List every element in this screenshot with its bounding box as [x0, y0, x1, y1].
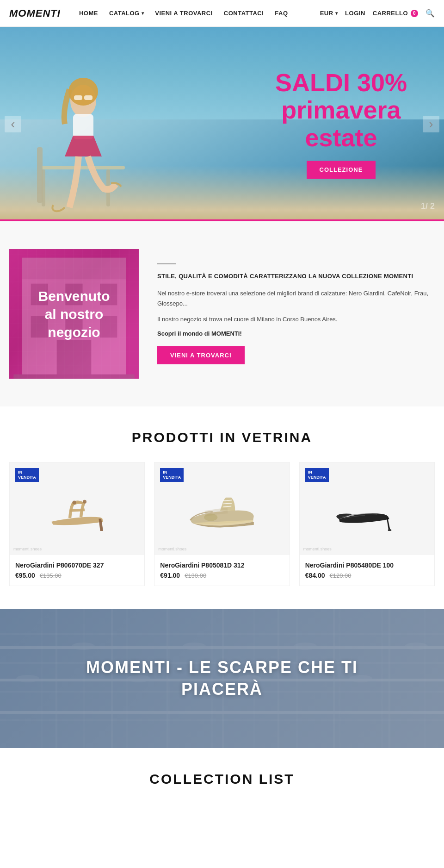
product-prices-0: €95.00 €135.00: [15, 572, 139, 579]
svg-rect-0: [42, 166, 125, 169]
products-grid: INVENDITA momenti.sh: [9, 462, 435, 586]
product-name-2: NeroGiardini P805480DE 100: [305, 562, 429, 569]
about-discover: Scopri il mondo di MOMENTI!: [157, 330, 435, 337]
in-vendita-badge-1: INVENDITA: [160, 468, 184, 482]
hero-next-button[interactable]: ›: [423, 116, 439, 132]
product-image-1: INVENDITA: [154, 462, 289, 555]
hero-prev-button[interactable]: ‹: [5, 116, 21, 132]
svg-rect-7: [84, 95, 92, 100]
about-section: Benvenuto al nostro negozio STILE, QUALI…: [0, 221, 444, 406]
product-image-0: INVENDITA momenti.sh: [10, 462, 144, 555]
about-desc1: Nel nostro e-store troverai una selezion…: [157, 288, 435, 309]
banner-section: MOMENTI - LE SCARPE CHE TI PIACERÀ: [0, 609, 444, 748]
price-original-2: €120.00: [329, 572, 351, 579]
nav-vieni[interactable]: VIENI A TROVARCI: [155, 10, 213, 17]
header-right: EUR ▾ LOGIN CARRELLO 0 🔍: [320, 9, 435, 18]
about-content: STILE, QUALITÀ E COMODITÀ CARATTERIZZANO…: [157, 249, 435, 379]
catalog-chevron-icon: ▾: [142, 11, 144, 16]
svg-rect-3: [37, 147, 43, 203]
hero-cta-button[interactable]: COLLEZIONE: [307, 161, 376, 179]
search-icon[interactable]: 🔍: [426, 9, 435, 18]
svg-point-19: [72, 500, 76, 504]
svg-rect-22: [388, 529, 392, 531]
logo[interactable]: MOMENTI: [9, 7, 61, 19]
price-current-0: €95.00: [15, 572, 35, 579]
nav-home[interactable]: HOME: [79, 10, 98, 17]
product-card-0[interactable]: INVENDITA momenti.sh: [9, 462, 145, 586]
header: MOMENTI HOME CATALOG ▾ VIENI A TROVARCI …: [0, 0, 444, 27]
nav-contattaci[interactable]: CONTATTACI: [224, 10, 264, 17]
banner-title: MOMENTI - LE SCARPE CHE TI PIACERÀ: [86, 657, 358, 700]
in-vendita-badge-2: INVENDITA: [305, 468, 329, 482]
hero-pink-line: [0, 219, 444, 221]
svg-point-20: [83, 500, 86, 504]
shoe-sneaker-svg: [183, 483, 261, 534]
cart-badge: 0: [411, 10, 418, 17]
shoe-pump-svg: [332, 481, 401, 537]
collection-section: COLLECTION LIST: [0, 748, 444, 801]
hero-woman-svg: [23, 55, 143, 221]
banner-text: MOMENTI - LE SCARPE CHE TI PIACERÀ: [86, 657, 358, 700]
nav-faq[interactable]: FAQ: [275, 10, 288, 17]
shoe-sandal-svg: [40, 481, 114, 537]
about-desc2: Il nostro negozio si trova nel cuore di …: [157, 314, 435, 325]
about-title: STILE, QUALITÀ E COMODITÀ CARATTERIZZANO…: [157, 272, 435, 281]
svg-point-21: [204, 514, 217, 521]
eur-chevron-icon: ▾: [335, 11, 338, 16]
product-prices-2: €84.00 €120.00: [305, 572, 429, 579]
nav-login[interactable]: LOGIN: [345, 10, 365, 17]
hero-slider: SALDI 30% primavera estate COLLEZIONE ‹ …: [0, 27, 444, 221]
watermark-2: momenti.shoes: [303, 547, 332, 551]
about-image: Benvenuto al nostro negozio: [9, 249, 139, 379]
about-line-decoration: [157, 263, 176, 264]
product-info-0: NeroGiardini P806070DE 327 €95.00 €135.0…: [10, 555, 144, 586]
svg-rect-6: [74, 95, 82, 100]
svg-rect-10: [22, 258, 126, 280]
products-section: PRODOTTI IN VETRINA INVENDITA: [0, 406, 444, 609]
nav-eur[interactable]: EUR ▾: [320, 10, 338, 17]
watermark-0: momenti.shoes: [13, 547, 42, 551]
product-name-0: NeroGiardini P806070DE 327: [15, 562, 139, 569]
in-vendita-badge-0: INVENDITA: [15, 468, 39, 482]
product-prices-1: €91.00 €130.00: [160, 572, 284, 579]
about-image-text: Benvenuto al nostro negozio: [29, 278, 119, 350]
collection-title: COLLECTION LIST: [9, 771, 435, 787]
hero-figure: [9, 45, 157, 221]
price-original-1: €130.00: [185, 572, 206, 579]
product-info-2: NeroGiardini P805480DE 100 €84.00 €120.0…: [300, 555, 434, 586]
product-image-2: INVENDITA momenti.shoes: [300, 462, 434, 555]
hero-counter: 1/ 2: [421, 193, 435, 212]
price-current-1: €91.00: [160, 572, 180, 579]
main-nav: HOME CATALOG ▾ VIENI A TROVARCI CONTATTA…: [79, 10, 320, 17]
svg-point-5: [68, 78, 98, 106]
product-name-1: NeroGiardini P805081D 312: [160, 562, 284, 569]
products-title: PRODOTTI IN VETRINA: [9, 430, 435, 445]
product-card-1[interactable]: INVENDITA: [154, 462, 290, 586]
nav-carrello[interactable]: CARRELLO 0: [373, 10, 418, 17]
price-original-0: €135.00: [40, 572, 62, 579]
price-current-2: €84.00: [305, 572, 325, 579]
svg-rect-8: [73, 114, 93, 139]
about-vieni-button[interactable]: VIENI A TROVARCI: [157, 346, 245, 364]
watermark-1: momenti.shoes: [158, 547, 186, 551]
hero-text: SALDI 30% primavera estate COLLEZIONE: [275, 69, 407, 179]
svg-rect-18: [13, 375, 134, 379]
product-card-2[interactable]: INVENDITA momenti.shoes NeroGia: [299, 462, 435, 586]
hero-title: SALDI 30% primavera estate: [275, 69, 407, 151]
nav-catalog[interactable]: CATALOG ▾: [109, 10, 144, 17]
product-info-1: NeroGiardini P805081D 312 €91.00 €130.00: [154, 555, 289, 586]
